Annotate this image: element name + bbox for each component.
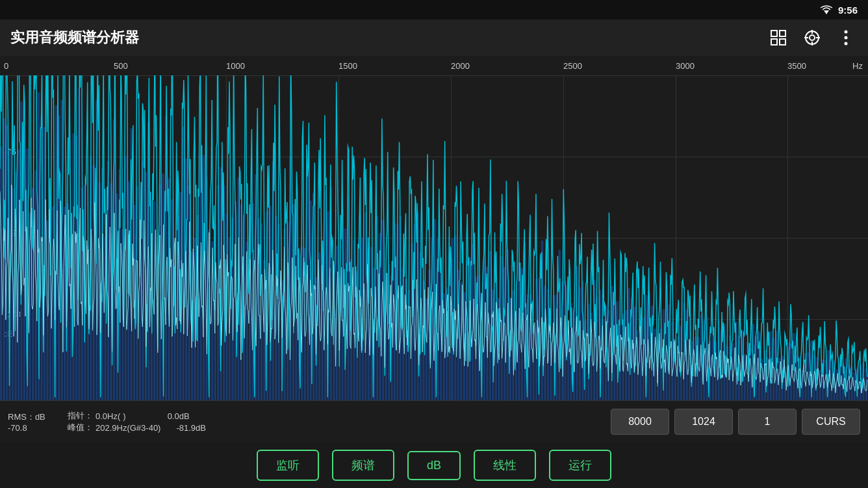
rms-value: -70.8	[8, 423, 60, 433]
svg-point-6	[810, 35, 815, 40]
peak-db: -81.9dB	[176, 423, 206, 433]
svg-rect-3	[771, 39, 777, 45]
title-actions	[767, 26, 858, 49]
freq-label-3500: 3500	[787, 61, 806, 71]
peak-freq: 202.9Hz(G#3-40)	[96, 423, 160, 433]
db-btn[interactable]: dB	[407, 451, 461, 480]
needle-label: 指针：	[68, 410, 93, 422]
needle-note: )	[123, 411, 125, 421]
fft-size-btn[interactable]: 1024	[674, 409, 733, 435]
svg-rect-2	[780, 31, 785, 36]
freq-label-2500: 2500	[563, 61, 582, 71]
target-icon[interactable]	[800, 26, 824, 49]
freq-label-2000: 2000	[451, 61, 470, 71]
monitor-btn[interactable]: 监听	[257, 450, 319, 481]
overlap-btn[interactable]: 1	[738, 409, 797, 435]
menu-icon[interactable]	[834, 26, 858, 49]
wifi-icon	[820, 5, 833, 14]
svg-point-12	[845, 36, 848, 40]
run-btn[interactable]: 运行	[549, 450, 611, 481]
spectrum-btn[interactable]: 频谱	[332, 450, 394, 481]
freq-label-1500: 1500	[338, 61, 357, 71]
spectrum-canvas	[0, 75, 868, 400]
needle-freq: 0.0Hz(	[96, 411, 120, 421]
peak-label: 峰值：	[68, 422, 93, 433]
chart-container[interactable]: 0 500 1000 1500 2000 2500 3000 3500 Hz -…	[0, 56, 868, 400]
freq-axis: 0 500 1000 1500 2000 2500 3000 3500 Hz	[0, 56, 868, 75]
info-bar: RMS：dB -70.8 指针： 0.0Hz( ) 0.0dB 峰值： 202.…	[0, 400, 868, 443]
freq-label-1000: 1000	[226, 61, 245, 71]
needle-db: 0.0dB	[168, 411, 190, 421]
rms-section: RMS：dB -70.8	[8, 411, 60, 433]
status-bar: 9:56	[0, 0, 868, 19]
controls-section: 8000 1024 1 CURS	[611, 409, 860, 435]
expand-icon[interactable]	[767, 26, 790, 49]
freq-label-0: 0	[4, 61, 8, 71]
freq-label-3000: 3000	[676, 61, 695, 71]
needle-section: 指针： 0.0Hz( ) 0.0dB 峰值： 202.9Hz(G#3-40) -…	[68, 410, 611, 433]
svg-rect-1	[771, 31, 777, 36]
linear-btn[interactable]: 线性	[474, 450, 536, 481]
hz-unit-label: Hz	[852, 61, 863, 71]
svg-marker-0	[824, 10, 829, 14]
svg-point-13	[845, 42, 848, 45]
title-bar: 实用音频频谱分析器	[0, 19, 868, 56]
svg-point-11	[845, 31, 848, 34]
bottom-bar: 监听 频谱 dB 线性 运行	[0, 443, 868, 488]
rms-label: RMS：dB	[8, 411, 60, 423]
app-title: 实用音频频谱分析器	[10, 28, 767, 47]
cursor-mode-btn[interactable]: CURS	[802, 409, 860, 435]
freq-label-500: 500	[114, 61, 128, 71]
status-time: 9:56	[838, 5, 858, 16]
svg-rect-4	[780, 39, 785, 45]
sample-rate-btn[interactable]: 8000	[611, 409, 669, 435]
